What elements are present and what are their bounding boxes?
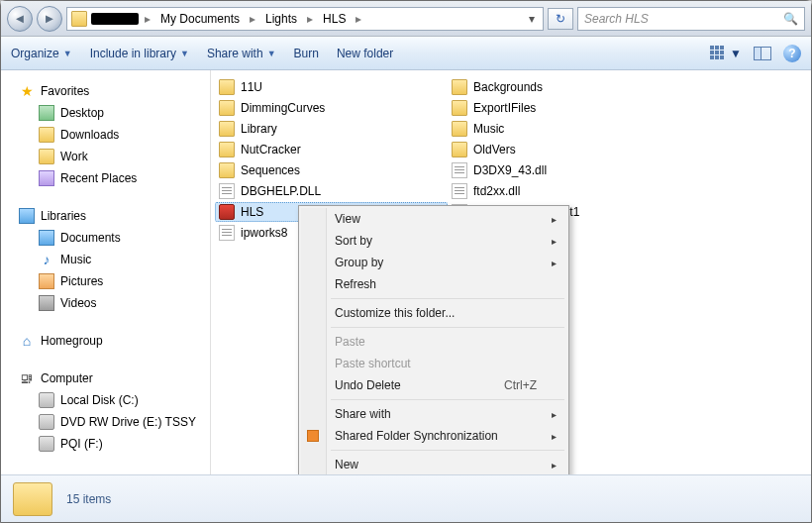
sidebar-item-videos[interactable]: Videos xyxy=(1,292,210,314)
folder-icon xyxy=(219,162,235,178)
breadcrumb-root[interactable] xyxy=(91,13,139,25)
context-menu: View Sort by Group by Refresh Customize … xyxy=(298,205,569,507)
sidebar-item-documents[interactable]: Documents xyxy=(1,227,210,249)
folder-icon xyxy=(219,79,235,95)
folder-icon xyxy=(452,142,467,157)
file-item[interactable]: Library xyxy=(215,119,448,139)
file-item[interactable]: Music xyxy=(448,119,680,139)
command-bar: Organize▼ Include in library▼ Share with… xyxy=(1,37,811,70)
file-label: D3DX9_43.dll xyxy=(473,163,547,177)
menu-new[interactable]: New xyxy=(301,454,566,475)
music-icon: ♪ xyxy=(39,252,54,267)
chevron-right-icon: ▸ xyxy=(248,12,257,26)
folder-icon xyxy=(13,482,52,516)
file-item[interactable]: DimmingCurves xyxy=(215,98,448,118)
folder-icon xyxy=(452,121,467,137)
refresh-button[interactable]: ↻ xyxy=(548,8,573,30)
status-bar: 15 items xyxy=(1,474,811,522)
menu-view[interactable]: View xyxy=(301,208,566,230)
menu-refresh[interactable]: Refresh xyxy=(301,273,566,295)
search-placeholder: Search HLS xyxy=(584,12,649,26)
sidebar-item-pqi-drive[interactable]: PQI (F:) xyxy=(1,433,210,455)
include-in-library-menu[interactable]: Include in library▼ xyxy=(90,47,189,60)
favorites-header[interactable]: ★Favorites xyxy=(1,80,210,102)
organize-menu[interactable]: Organize▼ xyxy=(11,47,72,60)
videos-icon xyxy=(39,295,54,311)
file-label: Music xyxy=(473,122,504,136)
star-icon: ★ xyxy=(19,83,35,99)
file-item[interactable]: Backgrounds xyxy=(448,77,680,97)
new-folder-button[interactable]: New folder xyxy=(337,47,393,60)
menu-share-with[interactable]: Share with xyxy=(301,403,566,425)
help-button[interactable]: ? xyxy=(783,45,801,62)
sidebar-item-music[interactable]: ♪Music xyxy=(1,249,210,270)
pictures-icon xyxy=(39,273,54,289)
file-label: DimmingCurves xyxy=(241,101,325,115)
folder-icon xyxy=(452,100,467,116)
file-item[interactable]: OldVers xyxy=(448,140,680,159)
menu-sort-by[interactable]: Sort by xyxy=(301,230,566,252)
sidebar-item-local-disk[interactable]: Local Disk (C:) xyxy=(1,389,210,411)
file-item[interactable]: Sequences xyxy=(215,160,448,180)
sidebar-item-work[interactable]: Work xyxy=(1,146,210,167)
address-dropdown[interactable]: ▾ xyxy=(525,12,539,26)
sidebar-item-recent-places[interactable]: Recent Places xyxy=(1,167,210,189)
menu-customize-folder[interactable]: Customize this folder... xyxy=(301,302,566,324)
status-text: 15 items xyxy=(66,492,111,506)
homegroup-icon: ⌂ xyxy=(19,333,35,349)
back-button[interactable]: ◄ xyxy=(7,6,33,32)
preview-pane-button[interactable] xyxy=(754,47,771,60)
menu-group-by[interactable]: Group by xyxy=(301,252,566,273)
file-item[interactable]: NutCracker xyxy=(215,140,448,159)
libraries-header[interactable]: Libraries xyxy=(1,205,210,227)
burn-button[interactable]: Burn xyxy=(294,47,319,60)
breadcrumb[interactable]: HLS xyxy=(319,12,350,26)
breadcrumb[interactable]: Lights xyxy=(261,12,301,26)
menu-shared-folder-sync[interactable]: Shared Folder Synchronization xyxy=(301,425,566,447)
file-label: Sequences xyxy=(241,163,300,177)
file-label: ftd2xx.dll xyxy=(473,184,520,198)
navigation-pane: ★Favorites Desktop Downloads Work Recent… xyxy=(1,70,211,474)
file-label: DBGHELP.DLL xyxy=(241,184,321,198)
computer-header[interactable]: 🖳Computer xyxy=(1,367,210,389)
explorer-window: ◄ ► ▸ My Documents ▸ Lights ▸ HLS ▸ ▾ ↻ … xyxy=(0,0,812,523)
sidebar-item-downloads[interactable]: Downloads xyxy=(1,124,210,146)
address-bar[interactable]: ▸ My Documents ▸ Lights ▸ HLS ▸ ▾ xyxy=(66,7,544,31)
recent-icon xyxy=(39,170,54,186)
file-label: NutCracker xyxy=(241,143,301,157)
file-label: ExportIFiles xyxy=(473,101,536,115)
file-item[interactable]: 11U xyxy=(215,77,448,97)
share-with-menu[interactable]: Share with▼ xyxy=(207,47,276,60)
file-label: OldVers xyxy=(473,143,516,157)
menu-paste: Paste xyxy=(301,331,566,353)
menu-undo-delete[interactable]: Undo DeleteCtrl+Z xyxy=(301,374,566,396)
folder-icon xyxy=(219,142,235,157)
libraries-icon xyxy=(19,208,35,224)
menu-separator xyxy=(331,450,564,451)
titlebar: ◄ ► ▸ My Documents ▸ Lights ▸ HLS ▸ ▾ ↻ … xyxy=(1,1,811,37)
file-item[interactable]: DBGHELP.DLL xyxy=(215,181,448,201)
file-item[interactable]: ExportIFiles xyxy=(448,98,680,118)
forward-button[interactable]: ► xyxy=(37,6,62,32)
chevron-right-icon: ▸ xyxy=(143,12,152,26)
drive-icon xyxy=(39,436,54,452)
sidebar-item-desktop[interactable]: Desktop xyxy=(1,102,210,124)
homegroup-header[interactable]: ⌂Homegroup xyxy=(1,330,210,352)
chevron-right-icon: ▸ xyxy=(354,12,363,26)
sidebar-item-pictures[interactable]: Pictures xyxy=(1,270,210,292)
menu-separator xyxy=(331,298,564,299)
breadcrumb[interactable]: My Documents xyxy=(156,12,244,26)
dvd-icon xyxy=(39,414,54,430)
file-item[interactable]: ftd2xx.dll xyxy=(448,181,680,201)
dll-icon xyxy=(219,225,235,241)
view-options-button[interactable]: ▼ xyxy=(710,46,742,61)
computer-icon: 🖳 xyxy=(19,370,35,386)
file-label: ipworks8 xyxy=(241,226,287,240)
menu-separator xyxy=(331,327,564,328)
app-icon xyxy=(219,204,235,220)
desktop-icon xyxy=(39,105,54,121)
sidebar-item-dvd-drive[interactable]: DVD RW Drive (E:) TSSY xyxy=(1,411,210,433)
search-input[interactable]: Search HLS 🔍 xyxy=(577,7,805,31)
chevron-right-icon: ▸ xyxy=(305,12,315,26)
file-item[interactable]: D3DX9_43.dll xyxy=(448,160,680,180)
